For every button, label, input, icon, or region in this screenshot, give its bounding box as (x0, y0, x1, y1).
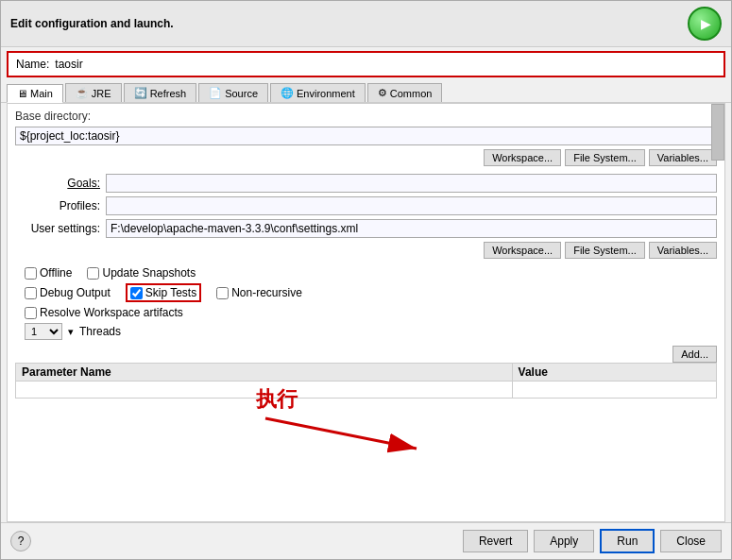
tab-jre-label: JRE (92, 88, 111, 99)
bottom-bar-left: ? (10, 531, 31, 552)
close-button[interactable]: Close (660, 530, 722, 552)
user-settings-btn-row: Workspace... File System... Variables... (15, 242, 717, 259)
tab-main-label: Main (30, 88, 53, 99)
name-label: Name: (16, 58, 49, 71)
offline-checkbox-item: Offline (25, 266, 72, 280)
name-row: Name: (7, 51, 725, 77)
tab-refresh-label: Refresh (150, 88, 187, 99)
tab-jre[interactable]: ☕ JRE (65, 83, 122, 102)
tab-environment[interactable]: 🌐 Environment (270, 83, 366, 102)
workspace-btn-2[interactable]: Workspace... (484, 242, 561, 259)
resolve-workspace-checkbox[interactable] (25, 307, 37, 319)
param-col1-header: Parameter Name (16, 364, 513, 382)
checkbox-row-3: Resolve Workspace artifacts (25, 306, 717, 319)
filesystem-btn-2[interactable]: File System... (565, 242, 645, 259)
goals-label: Goals: (15, 177, 100, 190)
tab-refresh[interactable]: 🔄 Refresh (124, 83, 197, 102)
threads-dropdown-icon: ▾ (68, 326, 74, 338)
tab-source[interactable]: 📄 Source (198, 83, 268, 102)
user-settings-label: User settings: (15, 222, 100, 235)
base-directory-input[interactable] (15, 127, 717, 145)
threads-select[interactable]: 1 2 4 (25, 323, 62, 340)
user-settings-row: User settings: (15, 219, 717, 238)
non-recursive-label: Non-recursive (231, 286, 302, 299)
checkbox-row-1: Offline Update Snapshots (25, 266, 717, 280)
non-recursive-checkbox-item: Non-recursive (216, 286, 302, 299)
filesystem-btn-1[interactable]: File System... (565, 149, 645, 166)
param-table: Parameter Name Value (15, 363, 717, 399)
dialog: Edit configuration and launch. Name: 🖥 M… (0, 0, 732, 560)
tab-source-label: Source (225, 88, 258, 99)
param-table-container: Add... Parameter Name Value (15, 344, 717, 399)
offline-label: Offline (40, 266, 72, 280)
env-tab-icon: 🌐 (281, 87, 294, 99)
help-button[interactable]: ? (10, 531, 31, 552)
profiles-label: Profiles: (15, 199, 100, 212)
dialog-title: Edit configuration and launch. (10, 17, 174, 30)
skip-tests-label: Skip Tests (145, 286, 196, 299)
profiles-row: Profiles: (15, 196, 717, 215)
update-snapshots-checkbox-item: Update Snapshots (87, 266, 196, 280)
main-tab-icon: 🖥 (17, 88, 27, 99)
base-directory-label: Base directory: (15, 110, 717, 123)
update-snapshots-checkbox[interactable] (87, 267, 99, 280)
resolve-workspace-checkbox-item: Resolve Workspace artifacts (25, 306, 183, 319)
threads-label: Threads (79, 325, 121, 338)
tab-common-label: Common (390, 88, 433, 99)
checkbox-row-2: Debug Output Skip Tests Non-recursive (25, 283, 717, 302)
profiles-input[interactable] (106, 196, 717, 215)
skip-tests-checkbox-item: Skip Tests (126, 283, 201, 302)
workspace-btn-1[interactable]: Workspace... (484, 149, 561, 166)
debug-output-checkbox[interactable] (25, 287, 37, 299)
dialog-header: Edit configuration and launch. (1, 1, 731, 47)
main-tab-content: Base directory: Workspace... File System… (7, 103, 725, 522)
update-snapshots-label: Update Snapshots (102, 266, 196, 280)
offline-checkbox[interactable] (25, 267, 37, 280)
threads-row: 1 2 4 ▾ Threads (25, 323, 717, 340)
skip-tests-checkbox[interactable] (130, 287, 143, 299)
tabs-row: 🖥 Main ☕ JRE 🔄 Refresh 📄 Source 🌐 Enviro… (1, 81, 731, 103)
refresh-tab-icon: 🔄 (134, 87, 147, 99)
jre-tab-icon: ☕ (76, 87, 89, 99)
variables-btn-2[interactable]: Variables... (649, 242, 717, 259)
debug-output-checkbox-item: Debug Output (25, 286, 111, 299)
param-col2-header: Value (512, 364, 716, 382)
content-wrapper: Base directory: Workspace... File System… (1, 103, 731, 522)
tab-main[interactable]: 🖥 Main (7, 84, 63, 103)
scrollbar-thumb[interactable] (711, 104, 724, 161)
variables-btn-1[interactable]: Variables... (649, 149, 717, 166)
apply-button[interactable]: Apply (534, 530, 594, 552)
resolve-workspace-label: Resolve Workspace artifacts (40, 306, 183, 319)
goals-input[interactable] (106, 174, 717, 193)
user-settings-input[interactable] (106, 219, 717, 238)
tab-common[interactable]: ⚙ Common (367, 83, 443, 102)
run-button[interactable]: Run (600, 529, 655, 553)
param-value-cell (512, 382, 716, 399)
source-tab-icon: 📄 (209, 87, 222, 99)
header-run-button[interactable] (688, 7, 722, 41)
common-tab-icon: ⚙ (378, 87, 387, 99)
add-button[interactable]: Add... (672, 346, 717, 363)
base-dir-btn-row: Workspace... File System... Variables... (15, 149, 717, 166)
debug-output-label: Debug Output (40, 286, 111, 299)
param-name-cell (16, 382, 513, 399)
revert-button[interactable]: Revert (463, 530, 528, 552)
table-row (16, 382, 717, 399)
non-recursive-checkbox[interactable] (216, 287, 229, 299)
tab-environment-label: Environment (297, 88, 355, 99)
name-input[interactable] (55, 58, 716, 71)
goals-row: Goals: (15, 174, 717, 193)
bottom-bar: ? Revert Apply Run Close (1, 522, 731, 559)
